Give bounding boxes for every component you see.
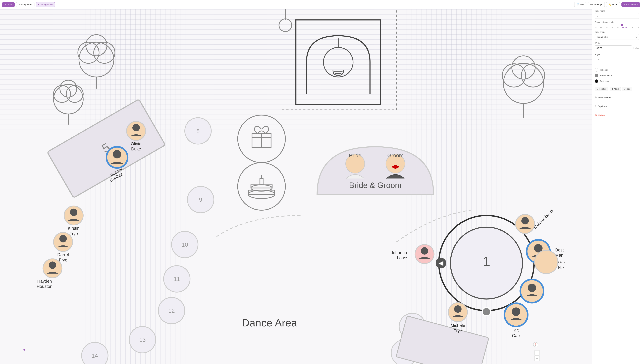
canvas-svg: Bride & Groom Bride Groom 5 Gregor Benit… — [0, 9, 214, 122]
close-button[interactable]: ✕ Close — [2, 2, 15, 7]
catering-mode-button[interactable]: Catering mode — [36, 2, 55, 7]
canvas-area[interactable]: Bride & Groom Bride Groom 5 Gregor Benit… — [0, 9, 214, 122]
toolbar: ✕ Close Seating mode Catering mode 📄 Fil… — [0, 0, 214, 9]
table-5: 5 — [47, 99, 165, 122]
table-8 — [185, 118, 211, 122]
seating-mode-button[interactable]: Seating mode — [16, 2, 35, 7]
tree-1 — [54, 80, 83, 122]
tree-2 — [78, 35, 115, 89]
svg-rect-38 — [47, 99, 165, 122]
